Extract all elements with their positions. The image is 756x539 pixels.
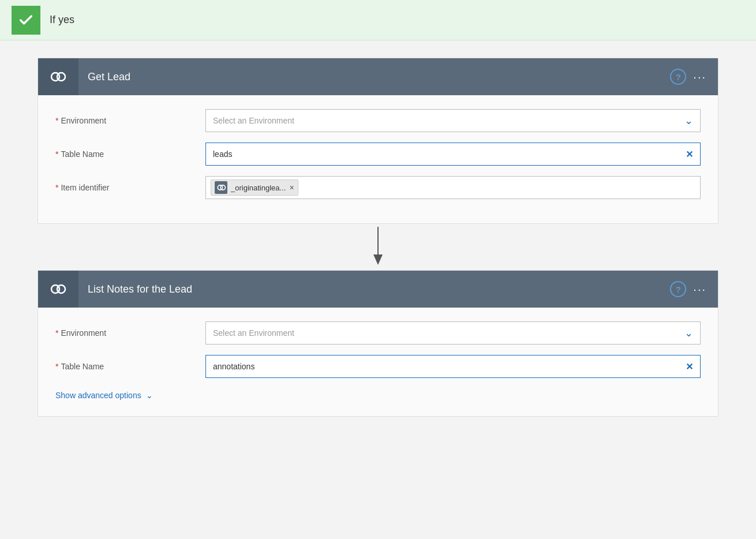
down-arrow-svg: [371, 227, 385, 267]
list-notes-environment-row: *Environment Select an Environment ⌄: [55, 321, 701, 345]
token-close-icon[interactable]: ×: [289, 183, 294, 192]
list-notes-help-button[interactable]: ?: [670, 281, 686, 297]
connector-arrow: [371, 224, 385, 270]
required-star: *: [55, 116, 58, 125]
list-notes-title: List Notes for the Lead: [78, 283, 670, 295]
dataverse-icon-svg: [48, 66, 69, 87]
get-lead-environment-placeholder: Select an Environment: [213, 116, 294, 125]
get-lead-tablename-field[interactable]: leads ✕: [205, 143, 701, 166]
get-lead-more-button[interactable]: ···: [693, 71, 706, 83]
get-lead-tablename-value: leads: [213, 149, 232, 159]
required-star-3: *: [55, 183, 58, 192]
list-notes-more-button[interactable]: ···: [693, 283, 706, 295]
checkmark-box: [12, 6, 40, 35]
list-notes-actions: ? ···: [670, 281, 718, 297]
list-notes-tablename-input-container: annotations ✕: [205, 355, 701, 378]
list-notes-environment-placeholder: Select an Environment: [213, 328, 294, 338]
list-notes-card: List Notes for the Lead ? ··· *Environme…: [38, 270, 718, 417]
svg-marker-5: [373, 254, 383, 265]
list-notes-card-icon: [38, 271, 78, 308]
get-lead-environment-row: *Environment Select an Environment ⌄: [55, 109, 701, 132]
get-lead-card-header: Get Lead ? ···: [38, 58, 718, 95]
chevron-down-icon: ⌄: [684, 114, 693, 127]
get-lead-itemid-input-container: _originatingleа... ×: [205, 176, 701, 199]
checkmark-icon: [18, 12, 34, 28]
main-content: Get Lead ? ··· *Environment Select an En…: [0, 40, 756, 434]
get-lead-card-body: *Environment Select an Environment ⌄ *Ta…: [38, 95, 718, 223]
get-lead-itemid-label: *Item identifier: [55, 183, 205, 192]
show-advanced-chevron-icon: ⌄: [146, 391, 153, 400]
list-notes-card-header: List Notes for the Lead ? ···: [38, 271, 718, 308]
get-lead-itemid-token-container[interactable]: _originatingleа... ×: [205, 176, 701, 199]
svg-point-3: [220, 185, 225, 190]
list-notes-tablename-label: *Table Name: [55, 362, 205, 371]
get-lead-tablename-row: *Table Name leads ✕: [55, 143, 701, 166]
required-star-2: *: [55, 149, 58, 159]
get-lead-tablename-clear-icon[interactable]: ✕: [686, 149, 693, 160]
list-notes-environment-label: *Environment: [55, 328, 205, 338]
get-lead-environment-input-container: Select an Environment ⌄: [205, 109, 701, 132]
get-lead-environment-dropdown[interactable]: Select an Environment ⌄: [205, 109, 701, 132]
show-advanced-options[interactable]: Show advanced options ⌄: [55, 388, 701, 402]
get-lead-tablename-label: *Table Name: [55, 149, 205, 159]
token-dataverse-icon: [215, 181, 227, 194]
list-notes-tablename-field[interactable]: annotations ✕: [205, 355, 701, 378]
get-lead-itemid-token: _originatingleа... ×: [211, 179, 298, 196]
list-notes-environment-dropdown[interactable]: Select an Environment ⌄: [205, 321, 701, 345]
list-notes-tablename-row: *Table Name annotations ✕: [55, 355, 701, 378]
list-notes-environment-input-container: Select an Environment ⌄: [205, 321, 701, 345]
get-lead-actions: ? ···: [670, 69, 718, 85]
list-notes-tablename-clear-icon[interactable]: ✕: [686, 361, 693, 372]
list-notes-tablename-value: annotations: [213, 362, 255, 371]
get-lead-help-button[interactable]: ?: [670, 69, 686, 85]
dataverse-icon-svg-2: [48, 279, 69, 300]
list-notes-card-body: *Environment Select an Environment ⌄ *Ta…: [38, 308, 718, 416]
get-lead-title: Get Lead: [78, 71, 670, 83]
get-lead-card: Get Lead ? ··· *Environment Select an En…: [38, 58, 718, 224]
get-lead-environment-label: *Environment: [55, 116, 205, 125]
get-lead-card-icon: [38, 58, 78, 95]
required-star-4: *: [55, 328, 58, 338]
show-advanced-label: Show advanced options: [55, 391, 141, 400]
svg-point-7: [57, 285, 65, 293]
required-star-5: *: [55, 362, 58, 371]
get-lead-tablename-input-container: leads ✕: [205, 143, 701, 166]
if-yes-title: If yes: [50, 14, 74, 26]
svg-point-1: [57, 73, 65, 81]
chevron-down-icon-2: ⌄: [684, 327, 693, 339]
if-yes-header: If yes: [0, 0, 756, 40]
get-lead-itemid-row: *Item identifier _originatingleа...: [55, 176, 701, 199]
token-text: _originatingleа...: [231, 184, 286, 192]
